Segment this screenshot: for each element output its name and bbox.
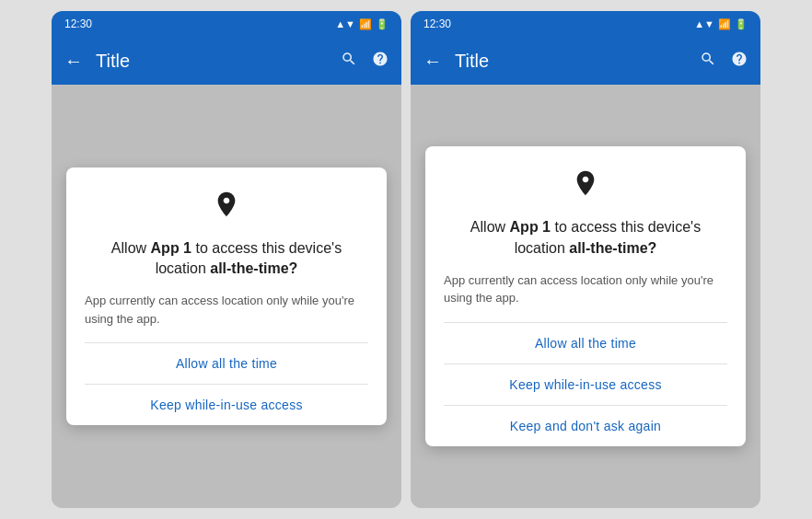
dialog-actions-2: Allow all the time Keep while-in-use acc…: [444, 322, 727, 446]
back-button-2[interactable]: ←: [423, 51, 442, 72]
keep-while-in-use-button-2[interactable]: Keep while-in-use access: [444, 364, 727, 406]
toolbar-icons-2: [700, 51, 748, 72]
help-button-1[interactable]: [372, 51, 389, 72]
allow-all-time-button-2[interactable]: Allow all the time: [444, 323, 727, 364]
status-time-2: 12:30: [423, 17, 451, 30]
toolbar-title-2: Title: [455, 51, 687, 72]
battery-icon-2: 🔋: [735, 18, 748, 30]
signal-icon-2: 📶: [718, 18, 731, 30]
status-time-1: 12:30: [64, 17, 92, 30]
phone-frame-2: 12:30 ▲▼ 📶 🔋 ← Title Allow App 1 to acce…: [411, 11, 760, 508]
status-bar-1: 12:30 ▲▼ 📶 🔋: [52, 11, 401, 37]
toolbar-2: ← Title: [411, 37, 760, 85]
keep-while-in-use-button-1[interactable]: Keep while-in-use access: [85, 385, 368, 425]
wifi-icon-1: ▲▼: [335, 18, 355, 29]
dialog-2: Allow App 1 to access this device's loca…: [425, 146, 746, 446]
dialog-actions-1: Allow all the time Keep while-in-use acc…: [85, 342, 368, 425]
help-button-2[interactable]: [731, 51, 748, 72]
content-area-2: Allow App 1 to access this device's loca…: [411, 85, 760, 508]
search-button-1[interactable]: [341, 51, 357, 72]
dialog-title-2: Allow App 1 to access this device's loca…: [444, 217, 727, 259]
toolbar-icons-1: [341, 51, 389, 72]
toolbar-title-1: Title: [96, 51, 328, 72]
wifi-icon-2: ▲▼: [694, 18, 714, 29]
phone-frame-1: 12:30 ▲▼ 📶 🔋 ← Title Allow App 1 to acce…: [52, 11, 401, 508]
dialog-title-1: Allow App 1 to access this device's loca…: [85, 238, 368, 280]
search-button-2[interactable]: [700, 51, 716, 72]
battery-icon-1: 🔋: [376, 18, 389, 30]
dialog-body-2: App currently can access location only w…: [444, 271, 727, 307]
location-icon-2: [444, 168, 727, 204]
status-icons-2: ▲▼ 📶 🔋: [694, 18, 748, 30]
status-icons-1: ▲▼ 📶 🔋: [335, 18, 389, 30]
signal-icon-1: 📶: [359, 18, 372, 30]
keep-dont-ask-button-2[interactable]: Keep and don't ask again: [444, 406, 727, 446]
content-area-1: Allow App 1 to access this device's loca…: [52, 85, 401, 508]
back-button-1[interactable]: ←: [64, 51, 83, 72]
toolbar-1: ← Title: [52, 37, 401, 85]
dialog-1: Allow App 1 to access this device's loca…: [66, 167, 387, 426]
status-bar-2: 12:30 ▲▼ 📶 🔋: [411, 11, 760, 37]
allow-all-time-button-1[interactable]: Allow all the time: [85, 343, 368, 385]
dialog-body-1: App currently can access location only w…: [85, 292, 368, 328]
location-icon-1: [85, 190, 368, 225]
